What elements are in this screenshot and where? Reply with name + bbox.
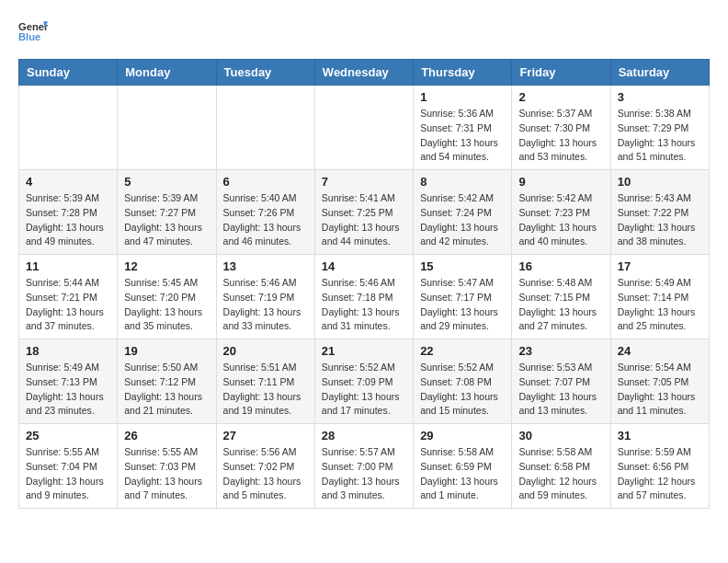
day-info: Sunrise: 5:56 AM Sunset: 7:02 PM Dayligh…	[223, 445, 308, 503]
svg-text:Blue: Blue	[18, 31, 40, 42]
calendar-header-saturday: Saturday	[610, 60, 709, 86]
day-cell: 10Sunrise: 5:43 AM Sunset: 7:22 PM Dayli…	[610, 170, 709, 255]
page-header: General Blue	[18, 18, 710, 44]
day-cell: 2Sunrise: 5:37 AM Sunset: 7:30 PM Daylig…	[512, 86, 610, 170]
day-number: 27	[223, 429, 308, 442]
week-row-2: 4Sunrise: 5:39 AM Sunset: 7:28 PM Daylig…	[19, 170, 710, 255]
day-cell: 9Sunrise: 5:42 AM Sunset: 7:23 PM Daylig…	[512, 170, 610, 255]
day-cell: 21Sunrise: 5:52 AM Sunset: 7:09 PM Dayli…	[314, 339, 413, 424]
week-row-5: 25Sunrise: 5:55 AM Sunset: 7:04 PM Dayli…	[19, 424, 710, 509]
day-number: 13	[223, 259, 308, 273]
day-info: Sunrise: 5:58 AM Sunset: 6:58 PM Dayligh…	[518, 445, 603, 503]
day-number: 26	[124, 429, 209, 442]
day-cell: 24Sunrise: 5:54 AM Sunset: 7:05 PM Dayli…	[610, 339, 709, 424]
day-cell: 14Sunrise: 5:46 AM Sunset: 7:18 PM Dayli…	[314, 255, 413, 339]
day-number: 10	[618, 175, 702, 189]
day-info: Sunrise: 5:49 AM Sunset: 7:13 PM Dayligh…	[26, 361, 110, 419]
day-info: Sunrise: 5:53 AM Sunset: 7:07 PM Dayligh…	[518, 361, 603, 419]
day-cell: 8Sunrise: 5:42 AM Sunset: 7:24 PM Daylig…	[414, 170, 512, 255]
day-cell: 25Sunrise: 5:55 AM Sunset: 7:04 PM Dayli…	[19, 424, 118, 509]
day-number: 7	[322, 175, 406, 189]
day-number: 9	[518, 175, 603, 189]
day-number: 22	[420, 344, 505, 358]
day-info: Sunrise: 5:48 AM Sunset: 7:15 PM Dayligh…	[518, 276, 603, 334]
day-number: 31	[618, 429, 702, 442]
day-cell: 22Sunrise: 5:52 AM Sunset: 7:08 PM Dayli…	[414, 339, 512, 424]
day-cell: 11Sunrise: 5:44 AM Sunset: 7:21 PM Dayli…	[19, 255, 118, 339]
day-info: Sunrise: 5:52 AM Sunset: 7:08 PM Dayligh…	[420, 361, 505, 419]
day-cell: 19Sunrise: 5:50 AM Sunset: 7:12 PM Dayli…	[118, 339, 216, 424]
day-number: 12	[124, 259, 209, 273]
day-info: Sunrise: 5:46 AM Sunset: 7:19 PM Dayligh…	[223, 276, 308, 334]
day-cell: 29Sunrise: 5:58 AM Sunset: 6:59 PM Dayli…	[414, 424, 512, 509]
day-info: Sunrise: 5:51 AM Sunset: 7:11 PM Dayligh…	[223, 361, 308, 419]
day-info: Sunrise: 5:43 AM Sunset: 7:22 PM Dayligh…	[618, 191, 702, 249]
day-info: Sunrise: 5:40 AM Sunset: 7:26 PM Dayligh…	[223, 191, 308, 249]
day-number: 1	[420, 90, 505, 104]
day-cell: 12Sunrise: 5:45 AM Sunset: 7:20 PM Dayli…	[118, 255, 216, 339]
day-info: Sunrise: 5:42 AM Sunset: 7:24 PM Dayligh…	[420, 191, 505, 249]
logo-icon: General Blue	[18, 18, 48, 44]
day-number: 6	[223, 175, 308, 189]
day-cell: 26Sunrise: 5:55 AM Sunset: 7:03 PM Dayli…	[118, 424, 216, 509]
day-cell: 1Sunrise: 5:36 AM Sunset: 7:31 PM Daylig…	[414, 86, 512, 170]
day-info: Sunrise: 5:39 AM Sunset: 7:27 PM Dayligh…	[124, 191, 209, 249]
day-cell: 28Sunrise: 5:57 AM Sunset: 7:00 PM Dayli…	[314, 424, 413, 509]
day-number: 18	[26, 344, 110, 358]
day-cell: 5Sunrise: 5:39 AM Sunset: 7:27 PM Daylig…	[118, 170, 216, 255]
day-cell: 15Sunrise: 5:47 AM Sunset: 7:17 PM Dayli…	[414, 255, 512, 339]
day-info: Sunrise: 5:54 AM Sunset: 7:05 PM Dayligh…	[618, 361, 702, 419]
day-info: Sunrise: 5:36 AM Sunset: 7:31 PM Dayligh…	[420, 107, 505, 165]
logo: General Blue	[18, 18, 48, 44]
week-row-3: 11Sunrise: 5:44 AM Sunset: 7:21 PM Dayli…	[19, 255, 710, 339]
day-number: 20	[223, 344, 308, 358]
day-cell: 16Sunrise: 5:48 AM Sunset: 7:15 PM Dayli…	[512, 255, 610, 339]
day-number: 29	[420, 429, 505, 442]
day-cell: 7Sunrise: 5:41 AM Sunset: 7:25 PM Daylig…	[314, 170, 413, 255]
calendar-header-wednesday: Wednesday	[314, 60, 413, 86]
day-number: 30	[518, 429, 603, 442]
day-cell: 13Sunrise: 5:46 AM Sunset: 7:19 PM Dayli…	[216, 255, 314, 339]
day-number: 5	[124, 175, 209, 189]
day-number: 4	[26, 175, 110, 189]
day-number: 21	[322, 344, 406, 358]
day-cell: 17Sunrise: 5:49 AM Sunset: 7:14 PM Dayli…	[610, 255, 709, 339]
day-info: Sunrise: 5:49 AM Sunset: 7:14 PM Dayligh…	[618, 276, 702, 334]
day-info: Sunrise: 5:55 AM Sunset: 7:03 PM Dayligh…	[124, 445, 209, 503]
day-number: 3	[618, 90, 702, 104]
calendar-header-sunday: Sunday	[19, 60, 118, 86]
day-info: Sunrise: 5:38 AM Sunset: 7:29 PM Dayligh…	[618, 107, 702, 165]
calendar-header-friday: Friday	[512, 60, 610, 86]
day-info: Sunrise: 5:52 AM Sunset: 7:09 PM Dayligh…	[322, 361, 406, 419]
day-cell: 23Sunrise: 5:53 AM Sunset: 7:07 PM Dayli…	[512, 339, 610, 424]
day-info: Sunrise: 5:50 AM Sunset: 7:12 PM Dayligh…	[124, 361, 209, 419]
day-info: Sunrise: 5:47 AM Sunset: 7:17 PM Dayligh…	[420, 276, 505, 334]
day-info: Sunrise: 5:44 AM Sunset: 7:21 PM Dayligh…	[26, 276, 110, 334]
day-cell: 20Sunrise: 5:51 AM Sunset: 7:11 PM Dayli…	[216, 339, 314, 424]
day-info: Sunrise: 5:58 AM Sunset: 6:59 PM Dayligh…	[420, 445, 505, 503]
day-cell	[118, 86, 216, 170]
day-info: Sunrise: 5:59 AM Sunset: 6:56 PM Dayligh…	[618, 445, 702, 503]
calendar-header-thursday: Thursday	[414, 60, 512, 86]
day-number: 25	[26, 429, 110, 442]
day-number: 16	[518, 259, 603, 273]
day-info: Sunrise: 5:45 AM Sunset: 7:20 PM Dayligh…	[124, 276, 209, 334]
day-info: Sunrise: 5:57 AM Sunset: 7:00 PM Dayligh…	[322, 445, 406, 503]
day-number: 19	[124, 344, 209, 358]
day-cell: 4Sunrise: 5:39 AM Sunset: 7:28 PM Daylig…	[19, 170, 118, 255]
day-info: Sunrise: 5:55 AM Sunset: 7:04 PM Dayligh…	[26, 445, 110, 503]
calendar-table: SundayMondayTuesdayWednesdayThursdayFrid…	[18, 59, 710, 509]
day-cell	[216, 86, 314, 170]
day-number: 28	[322, 429, 406, 442]
day-number: 14	[322, 259, 406, 273]
day-number: 17	[618, 259, 702, 273]
calendar-header-monday: Monday	[118, 60, 216, 86]
day-number: 11	[26, 259, 110, 273]
day-info: Sunrise: 5:46 AM Sunset: 7:18 PM Dayligh…	[322, 276, 406, 334]
svg-text:General: General	[18, 21, 48, 32]
day-number: 24	[618, 344, 702, 358]
day-number: 15	[420, 259, 505, 273]
day-info: Sunrise: 5:42 AM Sunset: 7:23 PM Dayligh…	[518, 191, 603, 249]
day-number: 8	[420, 175, 505, 189]
day-info: Sunrise: 5:37 AM Sunset: 7:30 PM Dayligh…	[518, 107, 603, 165]
